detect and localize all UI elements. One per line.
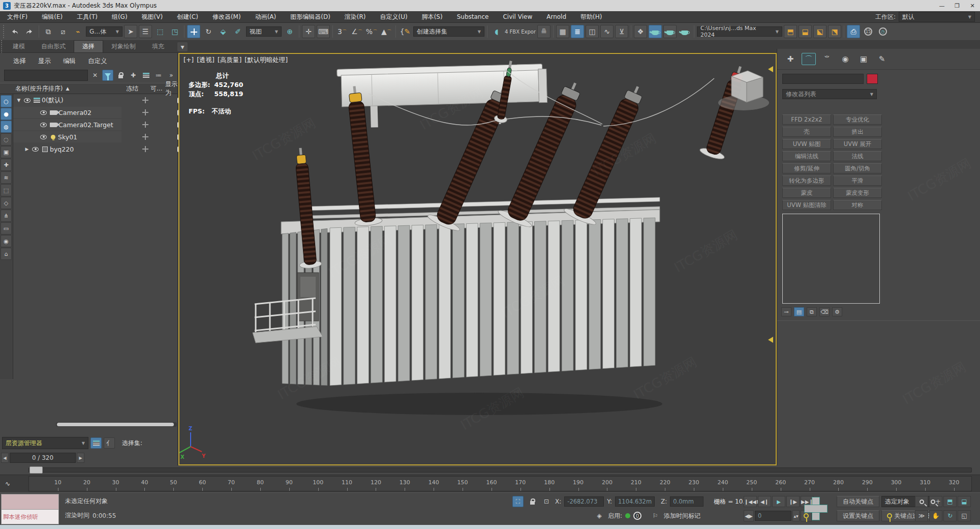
modifier-button-2[interactable]: 壳 bbox=[782, 127, 831, 137]
explorer-menu-自定义[interactable]: 自定义 bbox=[83, 56, 112, 67]
select-and-scale-icon[interactable]: ⬙ bbox=[217, 25, 230, 38]
keyboard-override-icon[interactable]: ⌨ bbox=[317, 25, 330, 38]
explorer-row-Camera02[interactable]: Camera02 bbox=[13, 106, 177, 119]
menu-CivilView[interactable]: Civil View bbox=[496, 11, 539, 22]
object-label[interactable]: Camera02.Target bbox=[58, 121, 113, 129]
explorer-menu-显示[interactable]: 显示 bbox=[33, 56, 56, 67]
schematic-view-icon[interactable]: ⊻ bbox=[615, 25, 628, 38]
selection-lock-icon[interactable] bbox=[527, 496, 538, 507]
menu-自定义U[interactable]: 自定义(U) bbox=[373, 11, 415, 22]
previous-frame-icon[interactable]: ◀❙ bbox=[758, 496, 771, 507]
zoom-extents-all-icon[interactable]: ⬓ bbox=[958, 496, 971, 507]
reference-coordinate-dropdown[interactable]: 视图 ▼ bbox=[246, 26, 282, 37]
display-materials-icon[interactable]: ◉ bbox=[1, 235, 12, 247]
search-input[interactable] bbox=[4, 70, 88, 81]
key-step-toggle-icon[interactable]: ◀▶ bbox=[744, 510, 754, 521]
object-color-swatch[interactable] bbox=[867, 74, 878, 84]
x-coordinate-field[interactable]: -2682.073 bbox=[564, 496, 604, 507]
column-freeze[interactable]: 冻结 bbox=[126, 84, 138, 93]
play-icon[interactable]: ▶ bbox=[772, 496, 785, 507]
display-tab-icon[interactable]: ▣ bbox=[856, 53, 871, 65]
modifier-button-8[interactable]: 修剪/延伸 bbox=[782, 163, 831, 173]
motion-tab-icon[interactable]: ◉ bbox=[838, 53, 852, 65]
display-lights-icon[interactable]: ◌ bbox=[1, 133, 12, 145]
object-label[interactable]: byq220 bbox=[50, 145, 74, 153]
close-button[interactable]: ✕ bbox=[965, 0, 980, 11]
freeze-cell[interactable] bbox=[135, 119, 156, 131]
hierarchy-view-icon[interactable]: ⺅ bbox=[104, 437, 115, 449]
fps-badge-icon[interactable]: 15 bbox=[862, 25, 875, 38]
auto-key-button[interactable]: 自动关键点 bbox=[837, 496, 879, 507]
y-coordinate-field[interactable]: 1104.632m bbox=[615, 496, 655, 507]
enable-status-dot[interactable] bbox=[625, 513, 630, 518]
z-coordinate-field[interactable]: 0.0mm bbox=[670, 496, 703, 507]
pan-hand-icon[interactable]: ✋ bbox=[929, 510, 942, 521]
redo-icon[interactable] bbox=[23, 25, 36, 38]
menu-动画A[interactable]: 动画(A) bbox=[248, 11, 284, 22]
bind-to-spacewarp-icon[interactable]: ⌁ bbox=[71, 25, 84, 38]
explorer-menu-编辑[interactable]: 编辑 bbox=[58, 56, 81, 67]
make-unique-icon[interactable]: ⧉ bbox=[807, 307, 817, 316]
explorer-row-Camera02.Target[interactable]: Camera02.Target bbox=[13, 119, 177, 131]
ribbon-minimize-icon[interactable]: ▾ bbox=[177, 42, 188, 51]
ribbon-tab-2[interactable]: 选择 bbox=[74, 40, 103, 52]
modifier-stack-box[interactable] bbox=[782, 214, 880, 304]
zoom-icon[interactable] bbox=[915, 496, 928, 507]
transform-typein-icon[interactable]: ⊡ bbox=[541, 496, 552, 507]
compact-material-editor-icon[interactable] bbox=[649, 25, 662, 38]
menu-渲染R[interactable]: 渲染(R) bbox=[338, 11, 373, 22]
ribbon-drag-handle[interactable] bbox=[1, 40, 4, 53]
time-tag-shield-icon[interactable]: ◈ bbox=[594, 510, 605, 521]
snap-toggle-3d-icon[interactable]: 3⌒ bbox=[335, 25, 349, 38]
freeze-cell[interactable] bbox=[135, 143, 156, 155]
track-bar-ruler[interactable]: 1020304050607080901001101201301401501601… bbox=[28, 476, 972, 491]
zoom-extents-icon[interactable]: ⬒ bbox=[943, 496, 957, 507]
window-crossing-icon[interactable]: ◳ bbox=[168, 25, 181, 38]
select-and-manipulate-icon[interactable]: ✛ bbox=[302, 25, 315, 38]
modifier-button-0[interactable]: FFD 2x2x2 bbox=[782, 114, 831, 125]
horizontal-scrollbar[interactable] bbox=[56, 422, 177, 427]
display-cameras-icon[interactable]: ▣ bbox=[1, 146, 12, 158]
expand-icon[interactable]: ▼ bbox=[15, 98, 22, 103]
percent-snap-icon[interactable]: %⌒ bbox=[365, 25, 378, 38]
project-folder-dropdown[interactable]: C:\Users\nj…ds Max 2024 ▼ bbox=[697, 26, 782, 37]
menu-Substance[interactable]: Substance bbox=[450, 11, 496, 22]
modifier-button-14[interactable]: UVW 贴图清除 bbox=[782, 200, 831, 210]
mirror-icon[interactable]: {✎ bbox=[399, 25, 412, 38]
layer-mode-icon[interactable] bbox=[140, 70, 151, 81]
menu-编辑E[interactable]: 编辑(E) bbox=[35, 11, 70, 22]
object-label[interactable]: 0(默认) bbox=[42, 96, 64, 105]
render-region-icon[interactable]: ⬔ bbox=[828, 25, 841, 38]
explorer-row-byq220[interactable]: ▶byq220 bbox=[13, 143, 177, 155]
lock-explorer-icon[interactable] bbox=[115, 70, 126, 81]
maximize-viewport-icon[interactable]: ◱ bbox=[958, 510, 971, 521]
pin-stack-icon[interactable]: ⊸ bbox=[781, 307, 791, 316]
remove-modifier-icon[interactable]: ⌫ bbox=[819, 307, 830, 316]
maximize-button[interactable]: ❐ bbox=[950, 0, 965, 11]
scrollbar-thumb[interactable] bbox=[57, 423, 174, 426]
orbit-icon[interactable]: ↻ bbox=[943, 510, 957, 521]
unlink-selection-icon[interactable]: ⧄ bbox=[56, 25, 70, 38]
zoom-all-icon[interactable]: + bbox=[929, 496, 942, 507]
isolate-selection-icon[interactable]: ⛶ bbox=[512, 496, 524, 507]
ribbon-tab-3[interactable]: 对象绘制 bbox=[103, 41, 144, 52]
time-slider[interactable] bbox=[0, 465, 980, 475]
viewport-quality-menu[interactable]: [高质量] bbox=[218, 56, 241, 65]
list-view-icon[interactable]: ≔ bbox=[153, 70, 164, 81]
perspective-viewport[interactable]: [+] [透视] [高质量] [默认明暗处理] 总计 多边形: 452,760 … bbox=[178, 53, 777, 465]
menu-图形编辑器D[interactable]: 图形编辑器(D) bbox=[283, 11, 338, 22]
next-frame-icon[interactable]: ❙▶ bbox=[786, 496, 800, 507]
ribbon-tab-4[interactable]: 填充 bbox=[144, 41, 172, 52]
select-and-link-icon[interactable]: ⧉ bbox=[42, 25, 55, 38]
display-none-icon[interactable]: ○ bbox=[1, 95, 12, 107]
viewport-general-menu[interactable]: [+] bbox=[183, 56, 194, 65]
material-editor-icon[interactable]: ❖ bbox=[634, 25, 647, 38]
viewport-pov-menu[interactable]: [透视] bbox=[197, 56, 215, 65]
frame-forward-icon[interactable]: ▶ bbox=[77, 453, 84, 463]
zoom-region-icon[interactable]: ≫ bbox=[915, 510, 928, 521]
set-key-button[interactable]: 设置关键点 bbox=[837, 510, 879, 521]
frame-spinner[interactable]: ▲▼ bbox=[792, 510, 800, 521]
select-and-place-icon[interactable]: ✐ bbox=[231, 25, 244, 38]
modifier-button-7[interactable]: 法线 bbox=[833, 151, 882, 161]
time-slider-groove[interactable] bbox=[28, 467, 972, 473]
